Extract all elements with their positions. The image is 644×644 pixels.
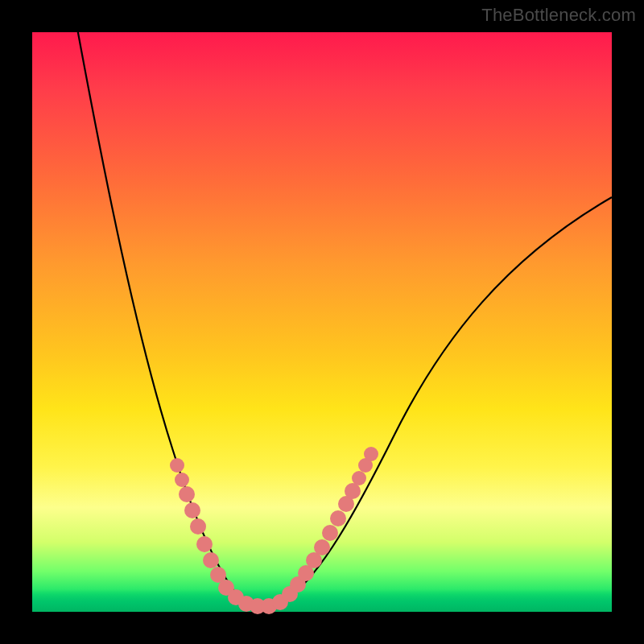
svg-point-19 — [322, 525, 338, 541]
highlight-dots-left — [170, 458, 244, 605]
chart-frame: TheBottleneck.com — [0, 0, 644, 644]
svg-point-5 — [196, 536, 213, 552]
svg-point-22 — [345, 483, 361, 499]
highlight-dots-floor — [238, 594, 288, 614]
plot-area — [32, 32, 612, 612]
svg-point-1 — [175, 473, 189, 487]
svg-point-23 — [352, 471, 366, 485]
highlight-dots-right — [282, 447, 378, 602]
svg-point-18 — [314, 539, 330, 555]
svg-point-3 — [184, 502, 200, 518]
curve-layer — [32, 32, 612, 612]
svg-point-20 — [330, 510, 346, 526]
svg-point-0 — [170, 458, 184, 473]
svg-point-2 — [179, 486, 195, 502]
watermark-text: TheBottleneck.com — [481, 5, 636, 26]
svg-point-6 — [203, 552, 219, 568]
svg-point-4 — [190, 518, 206, 535]
svg-point-25 — [364, 447, 378, 461]
